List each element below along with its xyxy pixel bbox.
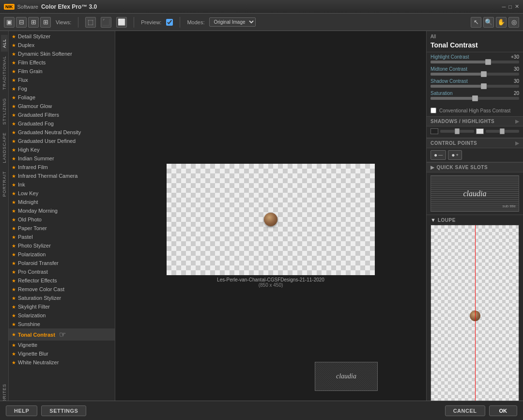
minimize-btn[interactable]: ─ [502, 4, 506, 10]
slider-track-1[interactable] [431, 73, 519, 76]
filter-item-graduated-neutral-density[interactable]: ★ Graduated Neutral Density [9, 128, 115, 137]
filter-item-low-key[interactable]: ★ Low Key [9, 189, 115, 198]
filter-item-film-grain[interactable]: ★ Film Grain [9, 67, 115, 76]
slider-label-3[interactable]: Saturation [431, 91, 453, 96]
filter-item-flux[interactable]: ★ Flux [9, 76, 115, 84]
filter-item-skylight-filter[interactable]: ★ Skylight Filter [9, 302, 115, 311]
filter-item-old-photo[interactable]: ★ Old Photo [9, 215, 115, 224]
filter-item-vignette-blur[interactable]: ★ Vignette Blur [9, 349, 115, 358]
help-button[interactable]: HELP [6, 405, 37, 416]
shadows-highlights-header[interactable]: Shadows / Highlights ▶ [427, 116, 523, 126]
star-icon: ★ [12, 252, 16, 257]
slider-thumb-3[interactable] [472, 95, 478, 101]
filter-name: Sunshine [18, 321, 40, 327]
quick-save-title: QUICK SAVE SLOTS [437, 165, 488, 170]
sh-slider-2[interactable] [486, 130, 520, 133]
tab-landscape[interactable]: Landscape [1, 128, 8, 167]
toolbar: ▣ ⊟ ⊞ ⊞ Views: ⬚ ⬛ ⬜ Preview: Modes: Ori… [0, 14, 523, 31]
slider-track-3[interactable] [431, 97, 519, 100]
slider-label-0[interactable]: Highlight Contrast [431, 54, 469, 60]
filter-item-midnight[interactable]: ★ Midnight [9, 198, 115, 206]
filter-item-graduated-fog[interactable]: ★ Graduated Fog [9, 119, 115, 128]
cancel-button[interactable]: CANCEL [445, 405, 485, 416]
filter-item-fog[interactable]: ★ Fog [9, 84, 115, 93]
filter-item-detail-stylizer[interactable]: ★ Detail Stylizer [9, 32, 115, 41]
pan-tool-btn[interactable]: ✋ [496, 17, 507, 28]
loupe-tool-btn[interactable]: ◎ [508, 17, 519, 28]
slider-track-0[interactable] [431, 61, 519, 63]
view-zoom-btn[interactable]: ⬜ [116, 17, 127, 28]
high-pass-checkbox[interactable] [431, 108, 436, 113]
view-fit-btn[interactable]: ⬚ [85, 17, 96, 28]
filter-item-pro-contrast[interactable]: ★ Pro Contrast [9, 267, 115, 276]
filter-item-sunshine[interactable]: ★ Sunshine [9, 320, 115, 328]
tab-traditional[interactable]: Traditional [1, 52, 8, 94]
view-quad-btn[interactable]: ⊞ [40, 17, 51, 28]
slider-track-2[interactable] [431, 85, 519, 88]
watermark-text: claudia [336, 373, 356, 380]
slider-thumb-0[interactable] [485, 59, 491, 65]
filter-item-vignette[interactable]: ★ Vignette [9, 341, 115, 349]
modes-select[interactable]: Original Image [209, 17, 256, 27]
filter-name: Duplex [18, 42, 34, 48]
filter-item-ink[interactable]: ★ Ink [9, 180, 115, 189]
filter-item-solarization[interactable]: ★ Solarization [9, 311, 115, 320]
ok-button[interactable]: OK [489, 405, 518, 416]
filter-item-indian-summer[interactable]: ★ Indian Summer [9, 154, 115, 163]
filter-item-remove-color-cast[interactable]: ★ Remove Color Cast [9, 285, 115, 294]
hand-tool-btn[interactable]: ↖ [471, 17, 481, 28]
view-split-h-btn[interactable]: ⊟ [16, 17, 27, 28]
preview-image[interactable] [167, 164, 375, 275]
filter-item-white-neutralizer[interactable]: ★ White Neutralizer [9, 358, 115, 367]
close-btn[interactable]: ✕ [515, 3, 519, 10]
filter-item-glamour-glow[interactable]: ★ Glamour Glow [9, 102, 115, 110]
filter-item-tonal-contrast[interactable]: ★ Tonal Contrast ☞ [9, 328, 115, 341]
view-split-v-btn[interactable]: ⊞ [28, 17, 39, 28]
tab-stylizing[interactable]: Stylizing [1, 94, 8, 129]
slider-thumb-1[interactable] [481, 71, 487, 77]
filter-item-paper-toner[interactable]: ★ Paper Toner [9, 224, 115, 233]
filter-item-polarization[interactable]: ★ Polarization [9, 250, 115, 259]
filter-item-film-effects[interactable]: ★ Film Effects [9, 58, 115, 67]
cp-remove-btn[interactable]: ● + [448, 150, 462, 160]
zoom-tool-btn[interactable]: 🔍 [483, 17, 494, 28]
filter-item-pastel[interactable]: ★ Pastel [9, 233, 115, 241]
filter-item-infrared-film[interactable]: ★ Infrared Film [9, 163, 115, 171]
filter-item-high-key[interactable]: ★ High Key [9, 145, 115, 154]
filter-item-polaroid-transfer[interactable]: ★ Polaroid Transfer [9, 259, 115, 267]
preview-checkbox[interactable] [166, 19, 173, 26]
view-1to1-btn[interactable]: ⬛ [101, 17, 111, 28]
star-icon: ★ [12, 43, 16, 48]
sh-expand-icon: ▶ [515, 119, 520, 124]
settings-button[interactable]: SETTINGS [41, 405, 86, 416]
filter-item-photo-stylizer[interactable]: ★ Photo Stylizer [9, 241, 115, 250]
slider-thumb-2[interactable] [481, 83, 487, 89]
image-caption: Les-Perle-van-Chantal-CGSFDesigns-21-11-… [217, 277, 324, 288]
filter-item-duplex[interactable]: ★ Duplex [9, 41, 115, 49]
filter-item-infrared-thermal-camera[interactable]: ★ Infrared Thermal Camera [9, 171, 115, 180]
filter-item-reflector-effects[interactable]: ★ Reflector Effects [9, 276, 115, 285]
filter-item-monday-morning[interactable]: ★ Monday Morning [9, 206, 115, 215]
slider-label-1[interactable]: Midtone Contrast [431, 66, 467, 72]
tab-portrait[interactable]: Portrait [1, 167, 8, 201]
cp-add-btn[interactable]: ● — [431, 150, 446, 160]
slider-label-2[interactable]: Shadow Contrast [431, 78, 468, 84]
filter-item-graduated-filters[interactable]: ★ Graduated Filters [9, 110, 115, 119]
view-single-btn[interactable]: ▣ [4, 17, 15, 28]
sh-dark-swatch [431, 128, 438, 134]
filter-item-dynamic-skin-softener[interactable]: ★ Dynamic Skin Softener [9, 49, 115, 58]
filter-item-graduated-user-defined[interactable]: ★ Graduated User Defined [9, 137, 115, 145]
filter-item-saturation-stylizer[interactable]: ★ Saturation Stylizer [9, 294, 115, 302]
maximize-btn[interactable]: □ [508, 4, 512, 10]
star-icon: ★ [12, 191, 16, 196]
quick-save-header[interactable]: ▶ QUICK SAVE SLOTS [427, 162, 523, 172]
star-icon: ★ [12, 217, 16, 222]
tab-all[interactable]: All [1, 35, 8, 52]
active-arrow: ☞ [59, 330, 66, 339]
sh-slider-1[interactable] [440, 130, 474, 133]
control-points-header[interactable]: Control Points ▶ [427, 138, 523, 148]
filter-item-foliage[interactable]: ★ Foliage [9, 93, 115, 102]
star-icon: ★ [12, 208, 16, 214]
loupe-header[interactable]: ▼ LOUPE [431, 217, 519, 223]
slider-header-1: Midtone Contrast 30 [431, 66, 519, 72]
